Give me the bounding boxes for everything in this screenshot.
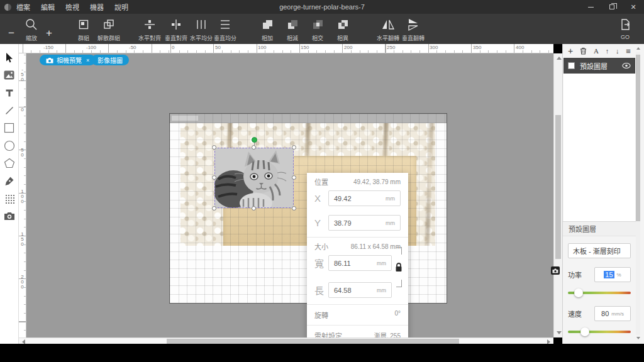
power-input[interactable]: 15 % bbox=[594, 267, 631, 282]
align-vertical-button[interactable]: 垂直對齊 bbox=[165, 16, 187, 42]
text-tool[interactable] bbox=[1, 84, 18, 101]
speed-slider[interactable] bbox=[568, 327, 631, 336]
move-layer-up-icon[interactable]: ↑ bbox=[606, 48, 609, 55]
select-tool[interactable] bbox=[1, 49, 18, 66]
canvas-horizontal-scrollbar[interactable] bbox=[19, 337, 553, 344]
menu-edit[interactable]: 編輯 bbox=[41, 2, 55, 12]
scroll-down-arrow[interactable] bbox=[557, 331, 562, 334]
ruler-tick-label: 50 bbox=[19, 147, 25, 157]
rotation-handle[interactable] bbox=[252, 137, 257, 143]
aspect-lock-icon[interactable] bbox=[394, 262, 403, 272]
close-button[interactable]: ✕ bbox=[623, 0, 644, 14]
material-preset-dropdown[interactable]: 木板 - 漸層刻印 bbox=[568, 243, 631, 258]
panel-scroll-thumb[interactable] bbox=[636, 55, 640, 221]
layer-list-area[interactable] bbox=[564, 74, 635, 221]
add-layer-icon[interactable]: + bbox=[568, 47, 573, 55]
distribute-vertical-button[interactable]: 垂直均分 bbox=[214, 16, 236, 42]
menu-help[interactable]: 說明 bbox=[114, 2, 128, 12]
resize-handle-s[interactable] bbox=[252, 206, 256, 211]
selected-image-object[interactable] bbox=[214, 148, 294, 208]
grid-array-tool[interactable] bbox=[1, 190, 18, 207]
rotate-value[interactable]: 0° bbox=[394, 310, 401, 320]
resize-handle-ne[interactable] bbox=[292, 145, 296, 150]
horizontal-scroll-thumb[interactable] bbox=[167, 339, 459, 344]
resize-handle-nw[interactable] bbox=[212, 145, 216, 150]
canvas-vertical-scrollbar[interactable] bbox=[553, 53, 562, 337]
boolean-difference-button[interactable]: 相異 bbox=[336, 16, 349, 42]
polygon-tool[interactable] bbox=[1, 155, 18, 172]
menu-view[interactable]: 檢視 bbox=[65, 2, 79, 12]
image-tool[interactable] bbox=[1, 67, 18, 84]
resize-handle-w[interactable] bbox=[212, 175, 216, 180]
speed-slider-thumb[interactable] bbox=[580, 327, 589, 336]
pen-tool[interactable] bbox=[1, 172, 18, 189]
resize-handle-n[interactable] bbox=[252, 145, 256, 150]
speed-input[interactable]: 80 mm/s bbox=[594, 306, 631, 321]
ruler-tick-label: 350 bbox=[472, 45, 481, 50]
camera-tool[interactable] bbox=[1, 207, 18, 224]
vertical-scroll-thumb[interactable] bbox=[555, 115, 561, 259]
layer-item-selected[interactable]: 預設圖層 bbox=[564, 58, 635, 74]
align-horizontal-button[interactable]: 水平對齊 bbox=[138, 16, 161, 42]
camera-preview-chip[interactable]: 相機預覽 × bbox=[40, 55, 96, 65]
menu-machine[interactable]: 機器 bbox=[90, 2, 104, 12]
flip-horizontal-button[interactable]: 水平翻轉 bbox=[377, 16, 399, 42]
layer-toolbar: + A ↑ ↓ ≡ bbox=[563, 44, 636, 58]
power-slider[interactable] bbox=[568, 288, 631, 297]
boolean-intersect-button[interactable]: 相交 bbox=[311, 16, 324, 42]
scroll-up-arrow[interactable] bbox=[557, 57, 562, 60]
line-tool[interactable] bbox=[1, 102, 18, 119]
artboard-header-strip bbox=[170, 114, 447, 123]
minimize-button[interactable] bbox=[580, 0, 601, 14]
tool-sidebar bbox=[0, 44, 19, 344]
position-label: 位置 bbox=[314, 177, 328, 187]
ungroup-button[interactable]: 解散群組 bbox=[97, 16, 120, 42]
ruler-tick-label: -100 bbox=[85, 45, 96, 50]
flip-vertical-button[interactable]: 垂直翻轉 bbox=[402, 16, 425, 42]
zoom-tool[interactable]: 縮放 bbox=[25, 16, 38, 42]
rectangle-tool[interactable] bbox=[1, 119, 18, 136]
resize-handle-sw[interactable] bbox=[212, 206, 216, 211]
layer-color-swatch[interactable] bbox=[568, 62, 575, 69]
image-trace-chip[interactable]: 影像描圖 bbox=[91, 55, 129, 65]
x-input[interactable]: 49.42 mm bbox=[328, 190, 401, 206]
y-input[interactable]: 38.79 mm bbox=[328, 215, 401, 231]
panel-scroll-up-arrow[interactable] bbox=[636, 47, 640, 50]
resize-handle-e[interactable] bbox=[292, 175, 296, 180]
ratio-link-bracket-top bbox=[396, 247, 402, 255]
power-slider-thumb[interactable] bbox=[574, 288, 583, 297]
boolean-subtract-icon bbox=[286, 16, 299, 33]
layer-menu-icon[interactable]: ≡ bbox=[626, 47, 631, 55]
boolean-difference-icon bbox=[336, 16, 349, 33]
zoom-in-button[interactable]: + bbox=[46, 28, 52, 38]
camera-preview-close-icon[interactable]: × bbox=[86, 57, 89, 63]
go-button[interactable]: GO bbox=[619, 16, 631, 40]
group-icon bbox=[77, 16, 90, 33]
canvas-viewport[interactable]: 相機預覽 × 影像描圖 bbox=[26, 53, 553, 337]
ellipse-tool[interactable] bbox=[1, 137, 18, 154]
export-task-icon bbox=[619, 16, 631, 33]
panel-scroll-down-arrow[interactable] bbox=[636, 337, 640, 339]
ruler-tick-label: 0 bbox=[170, 45, 174, 50]
distribute-vertical-icon bbox=[219, 16, 231, 33]
delete-layer-icon[interactable] bbox=[580, 47, 587, 55]
camera-preview-mini-button[interactable] bbox=[551, 266, 560, 275]
resize-handle-se[interactable] bbox=[292, 206, 296, 211]
maximize-button[interactable] bbox=[601, 0, 623, 14]
move-layer-down-icon[interactable]: ↓ bbox=[616, 48, 619, 55]
restore-icon bbox=[609, 4, 614, 9]
height-input[interactable]: 64.58 mm bbox=[328, 282, 392, 298]
distribute-horizontal-button[interactable]: 水平均分 bbox=[190, 16, 213, 42]
bottom-black-bar bbox=[0, 344, 644, 362]
ruler-left: -50050100150200 bbox=[19, 53, 26, 337]
boolean-subtract-button[interactable]: 相減 bbox=[286, 16, 299, 42]
menu-file[interactable]: 檔案 bbox=[16, 2, 30, 12]
speed-label: 速度 bbox=[568, 309, 582, 319]
rename-layer-icon[interactable]: A bbox=[594, 48, 599, 55]
boolean-union-button[interactable]: 相加 bbox=[261, 16, 274, 42]
width-input[interactable]: 86.11 mm bbox=[328, 255, 392, 271]
group-button[interactable]: 群組 bbox=[77, 16, 90, 42]
zoom-out-button[interactable]: − bbox=[8, 28, 14, 38]
layer-visibility-eye-icon[interactable] bbox=[622, 63, 631, 69]
panel-scrollbar[interactable] bbox=[636, 47, 641, 339]
